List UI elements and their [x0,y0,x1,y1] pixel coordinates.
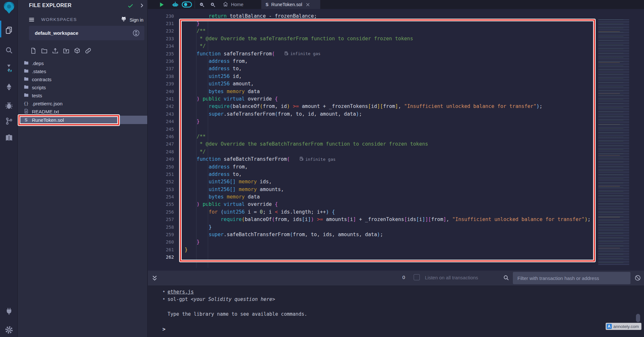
line-number: 252 [148,179,178,184]
rail-item-settings[interactable] [0,323,18,337]
code-line-247: 247 * @dev Override the safeBatchTransfe… [148,140,644,148]
code-line-262: 262 [148,254,644,261]
tree-item-README.txt[interactable]: README.txt [18,107,147,116]
line-number: 240 [148,89,178,94]
code-editor[interactable]: 230 return totalBalance - frozenBalance;… [148,9,644,271]
link-icon [85,50,91,55]
rail-item-learneth[interactable] [0,131,18,146]
line-number: 250 [148,164,178,169]
terminal-line [148,303,644,310]
tree-item-tests[interactable]: tests [18,91,147,100]
code-line-250: 250 address from, [148,163,644,170]
link-icon[interactable] [85,47,91,54]
tree-item-scripts[interactable]: scripts [18,83,147,91]
folder-icon [24,76,29,82]
chevron-right-icon[interactable] [139,3,145,8]
new-folder-icon[interactable] [41,47,48,54]
line-number: 230 [148,14,178,19]
new-file-icon[interactable] [30,47,37,54]
tab-runetoken[interactable]: S RuneToken.sol [261,0,320,9]
code-line-252: 252 uint256[] memory ids, [148,178,644,186]
line-number: 248 [148,149,178,154]
code-line-255: 255 ) public virtual override { [148,201,644,208]
line-number: 261 [148,247,178,252]
folder-icon [23,69,29,74]
sign-in-button[interactable]: Sign in [120,16,143,24]
line-number: 242 [148,104,178,109]
line-number: 256 [148,209,178,215]
braces-icon: {} [24,101,29,106]
sign-in-label: Sign in [130,17,143,23]
clear-console-icon[interactable] [634,274,641,281]
transaction-filter-input[interactable] [513,272,630,284]
tree-item-label: RuneToken.sol [32,117,64,123]
file-icon [23,109,29,114]
tab-bar: Home S RuneToken.sol [148,0,644,9]
remix-ai-icon[interactable] [172,1,179,8]
code-line-235: 235 function safeTransferFrom(infinite g… [148,50,644,57]
terminal-scrollbar-thumb[interactable] [636,314,640,322]
code-line-238: 238 uint256 id, [148,72,644,80]
gas-estimate-decorator: infinite gas [300,157,336,162]
terminal-prompt[interactable]: > [162,326,166,332]
tree-item-.states[interactable]: .states [18,67,147,75]
tree-item-.prettierrc.json[interactable]: {}.prettierrc.json [18,99,147,108]
watermark-label: annotely.com [613,324,639,329]
rail-item-debugger[interactable] [0,99,18,113]
check-icon [127,3,134,8]
terminal-link[interactable]: ethers.js [168,289,194,295]
editor-minimap[interactable] [596,18,641,267]
line-number: 257 [148,217,178,222]
home-tab-label: Home [231,2,244,7]
rail-item-solidity-compiler[interactable] [0,61,18,75]
rail-item-remix-logo[interactable] [0,1,18,15]
tree-item-label: contracts [32,77,52,82]
line-number: 238 [148,74,178,79]
tree-item-RuneToken.sol[interactable]: SRuneToken.sol [18,116,147,124]
icon-rail [0,0,18,337]
tree-item-contracts[interactable]: contracts [18,75,147,83]
rail-item-deploy-run[interactable] [0,81,18,95]
solidity-file-icon: S [24,117,28,122]
code-line-240: 240 bytes memory data [148,88,644,95]
code-line-254: 254 bytes memory data [148,193,644,200]
tree-item-label: .deps [32,61,44,66]
remix-ide-window: FILE EXPLORER WORKSPACES Sign in default… [0,0,644,337]
zoom-out-button[interactable] [199,1,205,8]
rail-item-search[interactable] [0,44,18,58]
line-number: 258 [148,225,178,230]
ai-copilot-toggle[interactable] [182,1,192,8]
listen-transactions-checkbox[interactable] [414,274,420,280]
upload-file-icon[interactable] [52,47,59,54]
code-line-244: 244 } [148,118,644,125]
folder-icon [24,92,29,99]
tab-home[interactable]: Home [223,1,244,8]
terminal-line: Type the library name to see available c… [148,310,644,318]
tree-item-.deps[interactable]: .deps [18,59,147,67]
rail-item-git[interactable] [0,115,18,129]
line-number: 260 [148,239,178,245]
main-area: Home S RuneToken.sol 230 return totalBal… [148,0,644,337]
rail-item-file-explorer[interactable] [0,24,18,38]
rail-item-plugin-manager[interactable] [0,305,18,319]
code-line-246: 246 /** [148,133,644,140]
upload-folder-icon[interactable] [63,47,70,54]
code-line-248: 248 */ [148,148,644,155]
workspace-select[interactable]: default_workspace [29,26,144,40]
line-number: 247 [148,141,178,147]
line-number: 233 [148,36,178,41]
updown-icon [132,29,140,37]
zoom-in-button[interactable] [210,1,216,8]
active-tab-label: RuneToken.sol [271,2,302,7]
line-number: 253 [148,187,178,192]
collapse-terminal-icon[interactable] [151,274,158,282]
terminal-panel: 0 Listen on all transactions •ethers.js•… [148,271,644,337]
gas-pump-icon [284,51,288,56]
new-file-icon [30,50,37,55]
folder-icon [24,60,29,66]
close-tab-icon[interactable] [305,2,310,7]
folder-icon [24,68,29,74]
run-script-button[interactable] [159,1,165,8]
cube-icon[interactable] [74,47,81,54]
hamburger-menu-icon[interactable] [28,16,35,23]
